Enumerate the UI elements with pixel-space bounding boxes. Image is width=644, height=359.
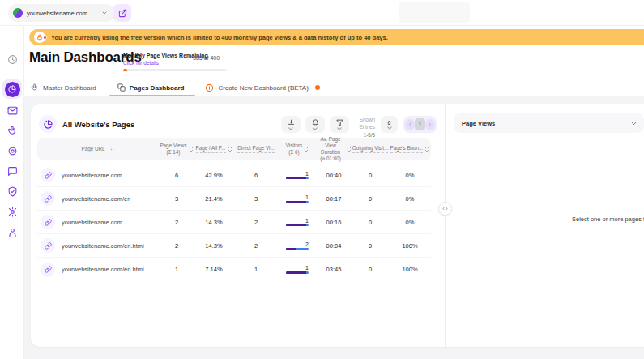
column-bounce[interactable]: Page's Boun... xyxy=(389,145,431,153)
duration-value: 03:45 xyxy=(316,266,352,273)
visitors-bar xyxy=(286,201,309,203)
page-views-section-header[interactable]: Page Views xyxy=(454,113,644,133)
user-icon[interactable] xyxy=(0,227,24,237)
chevron-down-icon xyxy=(313,127,318,130)
free-version-banner: You are currently using the free version… xyxy=(29,29,644,45)
page-share-value: 7.14% xyxy=(194,266,233,273)
link-icon xyxy=(41,168,55,182)
column-page-views[interactable]: Page Views(Σ 14) xyxy=(159,143,194,156)
table-row[interactable]: yourwebsitename.com 6 42.9% 6 1 00:40 0 … xyxy=(37,164,431,187)
arrow-left-icon xyxy=(407,122,413,127)
filter-button[interactable] xyxy=(330,116,349,133)
bell-icon xyxy=(312,119,319,126)
prev-page-button[interactable] xyxy=(405,119,415,130)
next-page-button[interactable] xyxy=(425,119,435,130)
page-views-value: 3 xyxy=(159,195,194,203)
sidebar xyxy=(0,26,24,359)
history-icon[interactable] xyxy=(0,54,24,65)
outgoing-value: 0 xyxy=(352,242,389,250)
external-link-icon xyxy=(118,9,127,18)
outgoing-value: 0 xyxy=(352,195,389,203)
link-icon xyxy=(41,238,55,253)
page-size-value: 6 xyxy=(388,120,391,126)
page-views-value: 2 xyxy=(159,242,194,250)
shield-check-icon[interactable] xyxy=(0,186,24,197)
tab-create-new-dashboard[interactable]: Create New Dashboard (BETA) xyxy=(205,83,319,92)
column-page-url[interactable]: Page URL xyxy=(37,146,159,153)
alerts-button[interactable] xyxy=(305,116,325,133)
site-selector[interactable]: yourwebsitename.com xyxy=(8,4,115,22)
sort-icon[interactable] xyxy=(228,145,232,153)
dashboards-icon xyxy=(5,82,20,97)
tab-pages-dashboard[interactable]: Pages Dashboard xyxy=(117,83,185,92)
chat-icon[interactable] xyxy=(0,166,24,177)
plus-circle-icon xyxy=(205,83,214,92)
quota-details-link[interactable]: Click for details xyxy=(123,60,159,66)
sort-icon[interactable] xyxy=(189,145,194,153)
sort-icon[interactable] xyxy=(424,145,429,153)
mail-icon[interactable] xyxy=(0,105,24,116)
page-size-select[interactable]: 6 xyxy=(381,116,398,133)
arrow-right-icon xyxy=(427,122,433,127)
tab-label: Master Dashboard xyxy=(43,84,96,92)
panel-resize-toggle[interactable] xyxy=(438,202,452,216)
content-area: All Website's Pages Shown Entries 1-5/5 … xyxy=(24,96,644,359)
visitors-value: 1 xyxy=(286,171,309,177)
panel-title: All Website's Pages xyxy=(62,120,134,129)
column-avg-duration[interactable]: Av. Page ViewDuration(⌀ 01:00) xyxy=(316,136,352,163)
visitors-bar xyxy=(286,248,309,250)
share-button[interactable] xyxy=(113,4,131,22)
visitors-bar xyxy=(286,224,309,227)
duration-value: 00:40 xyxy=(316,172,352,179)
sidebar-item-dashboards[interactable] xyxy=(2,79,22,99)
topbar: yourwebsitename.com xyxy=(0,0,644,26)
chevron-down-icon xyxy=(387,126,392,130)
page-url: yourwebsitename.com/en xyxy=(62,195,130,203)
column-visitors[interactable]: Visitors(Σ 6) xyxy=(279,143,316,156)
hand-icon xyxy=(31,83,39,92)
direct-views-value: 6 xyxy=(233,172,279,179)
column-direct-views[interactable]: Direct Page Vi... xyxy=(233,145,279,153)
page-url: yourwebsitename.com/en.html xyxy=(62,266,144,273)
visitors-cell: 1 xyxy=(286,194,309,203)
page-url: yourwebsitename.com/en.html xyxy=(62,242,144,250)
sort-icon[interactable] xyxy=(304,145,309,153)
bounce-value: 0% xyxy=(389,172,431,179)
table-body: yourwebsitename.com 6 42.9% 6 1 00:40 0 … xyxy=(37,164,431,281)
right-panel-title: Page Views xyxy=(462,120,495,127)
notification-dot xyxy=(315,85,320,90)
bounce-value: 0% xyxy=(389,219,431,226)
shown-entries: Shown Entries 1-5/5 xyxy=(349,116,375,139)
current-page[interactable]: 1 xyxy=(415,118,424,130)
pages-icon xyxy=(117,83,126,92)
tab-master-dashboard[interactable]: Master Dashboard xyxy=(31,83,96,92)
settings-icon[interactable] xyxy=(0,207,24,217)
pointer-icon[interactable] xyxy=(0,126,24,136)
bounce-value: 100% xyxy=(389,266,431,273)
column-settings-icon[interactable] xyxy=(109,146,115,153)
target-icon[interactable] xyxy=(0,146,24,156)
page-views-value: 6 xyxy=(159,172,194,179)
duration-value: 00:04 xyxy=(316,242,352,250)
direct-views-value: 2 xyxy=(233,242,279,250)
table-row[interactable]: yourwebsitename.com/en 3 21.4% 3 1 00:17… xyxy=(37,187,431,211)
export-button[interactable] xyxy=(281,116,301,133)
quota-progress-bar xyxy=(123,69,227,71)
page-views-value: 1 xyxy=(159,266,194,273)
column-page-share[interactable]: Page / All P... xyxy=(194,145,233,153)
empty-state-text: Select one or more pages to view xyxy=(572,216,644,223)
chevron-down-icon xyxy=(101,10,108,16)
column-outgoing[interactable]: Outgoing Visit... xyxy=(352,145,389,153)
bounce-value: 100% xyxy=(389,242,431,250)
table-header-row: Page URL Page Views(Σ 14) Page / All P..… xyxy=(37,138,431,160)
visitors-bar xyxy=(286,271,309,274)
visitors-cell: 2 xyxy=(286,241,309,250)
page-url: yourwebsitename.com xyxy=(62,172,122,179)
chevrons-left-right-icon xyxy=(441,205,449,212)
table-row[interactable]: yourwebsitename.com 2 14.3% 2 1 00:16 0 … xyxy=(37,211,431,234)
table-row[interactable]: yourwebsitename.com/en.html 1 7.14% 1 1 … xyxy=(37,258,431,281)
shown-entries-value: 1-5/5 xyxy=(364,132,375,138)
page-views-value: 2 xyxy=(159,219,194,226)
table-row[interactable]: yourwebsitename.com/en.html 2 14.3% 2 2 … xyxy=(37,234,431,258)
duration-value: 00:16 xyxy=(316,219,352,226)
